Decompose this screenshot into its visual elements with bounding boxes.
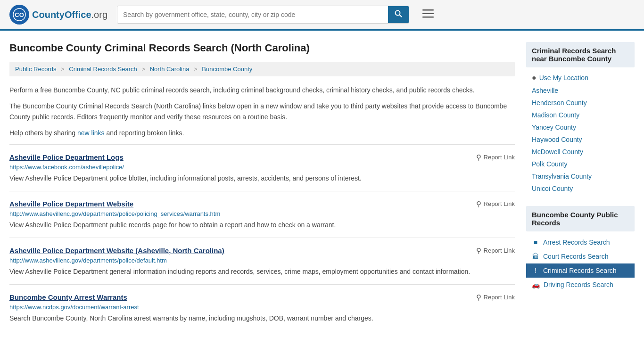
report-link[interactable]: ⚲ Report Link [476, 293, 515, 302]
result-title[interactable]: Asheville Police Department Website (Ash… [9, 247, 224, 255]
sidebar-nearby-link[interactable]: Unicoi County [526, 182, 635, 195]
breadcrumb-sep-2: > [141, 66, 145, 73]
sidebar: Criminal Records Search near Buncombe Co… [526, 42, 635, 331]
breadcrumb-buncombe[interactable]: Buncombe County [202, 66, 252, 73]
svg-point-2 [396, 11, 400, 16]
sidebar-records-list: ■Arrest Records Search🏛Court Records Sea… [526, 235, 635, 292]
report-icon: ⚲ [476, 293, 481, 302]
record-icon: 🏛 [532, 253, 539, 260]
results-list: Asheville Police Department Logs ⚲ Repor… [9, 144, 515, 331]
result-header: Buncombe County Arrest Warrants ⚲ Report… [9, 293, 515, 302]
sidebar-nearby-heading: Criminal Records Search near Buncombe Co… [526, 42, 635, 67]
content-area: Buncombe County Criminal Records Search … [9, 42, 515, 331]
result-item: Asheville Police Department Website ⚲ Re… [9, 191, 515, 238]
site-header: CO CountyOffice.org [0, 0, 644, 31]
result-url: https://www.facebook.com/ashevillepolice… [9, 164, 515, 171]
report-icon: ⚲ [476, 200, 481, 208]
sidebar-nearby-link[interactable]: McDowell County [526, 146, 635, 158]
result-url: http://www.ashevillenc.gov/departments/p… [9, 210, 515, 217]
record-label: Arrest Records Search [543, 239, 610, 246]
result-description: Search Buncombe County, North Carolina a… [9, 313, 515, 323]
sidebar-record-item[interactable]: 🚗Driving Records Search [526, 278, 635, 292]
page-title: Buncombe County Criminal Records Search … [9, 42, 515, 54]
svg-rect-6 [422, 16, 434, 18]
sidebar-records-heading: Buncombe County Public Records [526, 206, 635, 231]
result-item: Asheville Police Department Website (Ash… [9, 238, 515, 284]
sidebar-nearby-section: Criminal Records Search near Buncombe Co… [526, 42, 635, 195]
breadcrumb-nc[interactable]: North Carolina [150, 66, 190, 73]
result-item: Buncombe County Arrest Warrants ⚲ Report… [9, 284, 515, 331]
report-icon: ⚲ [476, 247, 481, 255]
result-url: https://www.ncdps.gov/document/warrant-a… [9, 304, 515, 311]
sidebar-nearby-link[interactable]: Transylvania County [526, 170, 635, 182]
report-link[interactable]: ⚲ Report Link [476, 200, 515, 208]
description-1: Perform a free Buncombe County, NC publi… [9, 85, 515, 95]
result-header: Asheville Police Department Logs ⚲ Repor… [9, 153, 515, 162]
record-label: Criminal Records Search [543, 267, 617, 274]
search-bar [117, 6, 409, 24]
record-icon: ! [532, 267, 539, 274]
sidebar-nearby-link[interactable]: Polk County [526, 158, 635, 170]
logo-text: CountyOffice.org [32, 9, 107, 20]
result-title[interactable]: Buncombe County Arrest Warrants [9, 293, 127, 301]
logo-icon: CO [9, 5, 29, 25]
sidebar-record-item[interactable]: 🏛Court Records Search [526, 249, 635, 263]
sidebar-nearby-link[interactable]: Madison County [526, 109, 635, 121]
sidebar-nearby-link[interactable]: Yancey County [526, 121, 635, 133]
result-title[interactable]: Asheville Police Department Logs [9, 153, 124, 161]
sidebar-record-item[interactable]: !Criminal Records Search [526, 263, 635, 278]
sidebar-records-section: Buncombe County Public Records ■Arrest R… [526, 206, 635, 292]
menu-button[interactable] [419, 7, 438, 23]
record-icon: ■ [532, 239, 539, 246]
breadcrumb: Public Records > Criminal Records Search… [9, 62, 515, 76]
main-layout: Buncombe County Criminal Records Search … [0, 31, 644, 342]
search-button[interactable] [388, 6, 409, 23]
report-link[interactable]: ⚲ Report Link [476, 247, 515, 255]
record-icon: 🚗 [532, 281, 540, 288]
breadcrumb-criminal-records[interactable]: Criminal Records Search [69, 66, 137, 73]
breadcrumb-sep-1: > [61, 66, 65, 73]
result-item: Asheville Police Department Logs ⚲ Repor… [9, 144, 515, 191]
result-url: http://www.ashevillenc.gov/departments/p… [9, 257, 515, 264]
result-header: Asheville Police Department Website ⚲ Re… [9, 200, 515, 208]
search-input[interactable] [117, 6, 388, 23]
result-header: Asheville Police Department Website (Ash… [9, 247, 515, 255]
logo-link[interactable]: CO CountyOffice.org [9, 5, 107, 25]
svg-line-3 [400, 15, 402, 17]
sidebar-nearby-link[interactable]: Asheville [526, 84, 635, 97]
description-3: Help others by sharing new links and rep… [9, 128, 515, 138]
breadcrumb-public-records[interactable]: Public Records [15, 66, 56, 73]
report-icon: ⚲ [476, 153, 481, 162]
result-description: View Asheville Police Department general… [9, 267, 515, 277]
record-label: Driving Records Search [544, 281, 613, 288]
sidebar-record-item[interactable]: ■Arrest Records Search [526, 235, 635, 249]
result-description: View Asheville Police Department police … [9, 173, 515, 183]
svg-text:CO: CO [15, 11, 24, 18]
breadcrumb-sep-3: > [194, 66, 198, 73]
location-dot-icon: ● [532, 74, 537, 82]
report-link[interactable]: ⚲ Report Link [476, 153, 515, 162]
record-label: Court Records Search [543, 253, 609, 260]
sidebar-nearby-link[interactable]: Henderson County [526, 97, 635, 109]
sidebar-use-location[interactable]: ● Use My Location [526, 71, 635, 84]
sidebar-nearby-links: AshevilleHenderson CountyMadison CountyY… [526, 84, 635, 195]
new-links-link[interactable]: new links [77, 129, 105, 137]
result-title[interactable]: Asheville Police Department Website [9, 200, 133, 208]
svg-rect-5 [422, 13, 434, 15]
description-2: The Buncombe County Criminal Records Sea… [9, 101, 515, 122]
sidebar-nearby-link[interactable]: Haywood County [526, 133, 635, 146]
result-description: View Asheville Police Department public … [9, 220, 515, 230]
svg-rect-4 [422, 9, 434, 11]
